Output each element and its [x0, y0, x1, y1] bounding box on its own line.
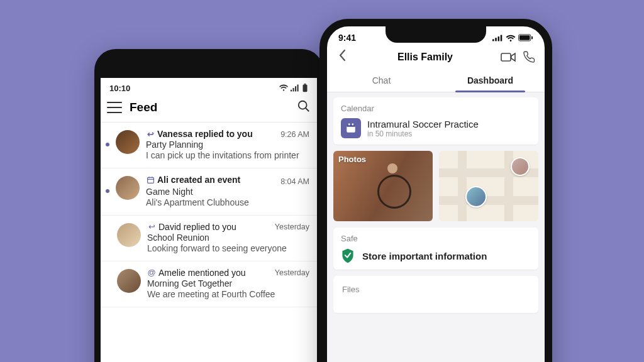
- video-call-icon[interactable]: [501, 50, 516, 65]
- safe-label: Safe: [341, 234, 531, 243]
- svg-rect-14: [531, 36, 533, 40]
- svg-rect-0: [303, 85, 308, 92]
- signal-icon: [492, 35, 503, 41]
- calendar-icon: [146, 176, 155, 184]
- feed-item[interactable]: ↩ Vanessa replied to you 9:26 AM Party P…: [101, 123, 317, 168]
- mention-icon: @: [147, 268, 156, 277]
- feed-snippet: Looking forward to seeing everyone: [147, 243, 309, 253]
- feed-action-text: Ali created an event: [157, 175, 240, 185]
- feed-action: @ Amelie mentioned you: [147, 268, 246, 278]
- wifi-icon: [506, 34, 516, 41]
- back-icon[interactable]: [335, 48, 350, 67]
- tabs: Chat Dashboard: [327, 70, 545, 92]
- feed-action-text: Amelie mentioned you: [158, 268, 246, 278]
- feed-list: ↩ Vanessa replied to you 9:26 AM Party P…: [101, 123, 317, 307]
- feed-header: Feed: [101, 96, 317, 123]
- unread-spacer: [107, 222, 111, 253]
- svg-rect-1: [304, 84, 306, 85]
- tab-chat[interactable]: Chat: [327, 70, 436, 92]
- feed-subject: Game Night: [146, 187, 309, 197]
- feed-item[interactable]: Ali created an event 8:04 AM Game Night …: [101, 168, 317, 216]
- svg-rect-8: [492, 39, 494, 41]
- avatar: [116, 176, 140, 200]
- feed-item[interactable]: ↩ David replied to you Yesterday School …: [101, 216, 317, 261]
- battery-icon: [302, 84, 308, 92]
- calendar-label: Calendar: [341, 104, 531, 113]
- iphone-notch: [386, 26, 486, 43]
- feed-time: Yesterday: [275, 268, 309, 277]
- feed-action: ↩ David replied to you: [147, 222, 236, 232]
- call-icon[interactable]: [522, 50, 537, 65]
- files-label: Files: [341, 282, 531, 294]
- feed-subject: Morning Get Together: [147, 278, 309, 288]
- svg-rect-10: [498, 36, 500, 41]
- map-avatar-pin: [465, 186, 487, 207]
- avatar: [117, 223, 141, 247]
- sensor-pill: [171, 59, 247, 63]
- svg-rect-19: [348, 123, 350, 125]
- event-subtitle: in 50 minutes: [367, 129, 479, 138]
- safe-text: Store important information: [362, 251, 487, 261]
- search-icon[interactable]: [297, 99, 311, 116]
- chat-header: Ellis Family: [327, 43, 545, 70]
- feed-action-text: Vanessa replied to you: [157, 129, 253, 139]
- feed-subject: Party Planning: [146, 140, 309, 150]
- sensor-dot: [170, 58, 176, 64]
- svg-rect-13: [519, 35, 530, 40]
- android-status-bar: 10:10: [101, 78, 317, 96]
- dashboard-body: Calendar Intramural Soccer Practice in 5…: [327, 92, 545, 362]
- hamburger-menu-icon[interactable]: [107, 102, 122, 113]
- battery-icon: [518, 34, 533, 41]
- feed-subject: School Reunion: [147, 233, 309, 243]
- map-road: [458, 151, 467, 221]
- reply-icon: ↩: [146, 129, 155, 139]
- svg-rect-11: [501, 35, 502, 41]
- avatar: [117, 269, 141, 293]
- wifi-icon: [279, 84, 288, 92]
- dashboard-tiles: Photos: [333, 151, 538, 221]
- feed-snippet: We are meeting at Fourth Coffee: [147, 289, 309, 299]
- svg-rect-4: [147, 177, 153, 183]
- safe-card[interactable]: Safe Store important information: [333, 228, 538, 270]
- svg-rect-20: [352, 123, 353, 125]
- calendar-event-icon: [341, 118, 361, 138]
- svg-rect-18: [347, 124, 355, 126]
- status-time: 9:41: [338, 33, 356, 43]
- feed-action: ↩ Vanessa replied to you: [146, 129, 253, 139]
- feed-action-text: David replied to you: [158, 222, 236, 232]
- tab-dashboard[interactable]: Dashboard: [436, 70, 545, 92]
- svg-point-2: [299, 101, 307, 109]
- feed-time: Yesterday: [275, 222, 309, 231]
- feed-snippet: Ali's Apartment Clubhouse: [146, 197, 309, 207]
- status-icons: [279, 84, 308, 92]
- photos-tile[interactable]: Photos: [333, 151, 433, 221]
- shield-icon: [341, 248, 355, 263]
- status-time: 10:10: [109, 84, 130, 93]
- avatar: [116, 130, 140, 154]
- feed-title: Feed: [130, 101, 289, 114]
- feed-time: 9:26 AM: [280, 130, 309, 139]
- camera-dot: [254, 57, 263, 65]
- photos-label: Photos: [338, 155, 366, 164]
- map-road: [439, 196, 538, 205]
- svg-marker-16: [511, 53, 515, 61]
- map-avatar-pin: [511, 157, 530, 176]
- svg-rect-9: [495, 38, 497, 41]
- calendar-event: Intramural Soccer Practice in 50 minutes: [341, 118, 531, 138]
- feed-item[interactable]: @ Amelie mentioned you Yesterday Morning…: [101, 261, 317, 307]
- svg-rect-15: [501, 53, 511, 61]
- calendar-card[interactable]: Calendar Intramural Soccer Practice in 5…: [333, 97, 538, 145]
- signal-icon: [291, 84, 299, 92]
- unread-indicator: [106, 189, 109, 193]
- svg-line-3: [306, 108, 309, 112]
- android-phone-frame: 10:10 Feed ↩ Vanessa replied to you 9:: [94, 49, 323, 362]
- location-tile[interactable]: [439, 151, 538, 221]
- iphone-frame: 9:41 Ellis Family Chat Dashboard Calenda…: [319, 19, 552, 362]
- feed-action: Ali created an event: [146, 175, 240, 185]
- reply-icon: ↩: [147, 222, 156, 231]
- files-card[interactable]: Files: [333, 276, 538, 313]
- unread-spacer: [107, 268, 111, 299]
- feed-snippet: I can pick up the invitations from print…: [146, 150, 309, 160]
- unread-indicator: [106, 143, 109, 146]
- feed-time: 8:04 AM: [280, 177, 309, 186]
